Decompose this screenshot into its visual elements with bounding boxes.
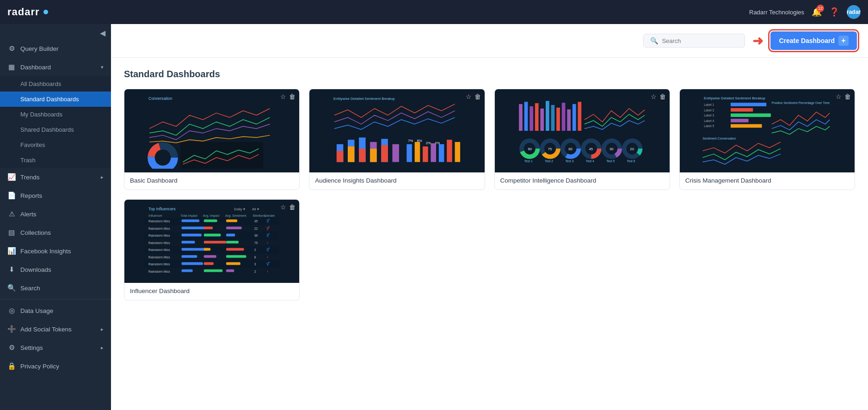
svg-text:Rainstorm Mics: Rainstorm Mics	[148, 227, 170, 230]
logo-text: radarr	[7, 6, 40, 18]
star-icon-influencer[interactable]: ☆	[280, 203, 286, 211]
submenu-trash[interactable]: Trash	[0, 153, 111, 168]
sidebar-item-add-social-tokens[interactable]: ➕ Add Social Tokens ▸	[0, 320, 111, 338]
sidebar-item-query-builder[interactable]: ⚙ Query Builder	[0, 39, 111, 58]
star-icon-crisis[interactable]: ☆	[836, 93, 842, 100]
svg-rect-37	[546, 101, 549, 131]
svg-rect-14	[359, 149, 365, 162]
dashboard-card-crisis[interactable]: ☆ 🗑 Entitywise Detailed Sentiment Breaku…	[679, 89, 855, 190]
svg-rect-40	[561, 103, 565, 131]
sidebar-item-search[interactable]: 🔍 Search	[0, 279, 111, 297]
dashboard-card-influencer[interactable]: ☆ 🗑 Top Influencers Daily ▾ All ▾ Influe…	[124, 199, 300, 300]
svg-rect-114	[182, 234, 202, 237]
svg-text:Positive Sentiment Percentage : Positive Sentiment Percentage Over Time	[772, 101, 830, 105]
svg-rect-24	[407, 144, 412, 162]
svg-text:♀: ♀	[266, 241, 269, 245]
svg-text:3: 3	[254, 263, 256, 266]
card-preview-audience: ☆ 🗑 Entitywise Detailed Sentiment Breaku…	[309, 89, 484, 172]
sidebar-item-settings[interactable]: ⚙ Settings ▸	[0, 338, 111, 357]
svg-text:Rainstorm Mics: Rainstorm Mics	[148, 270, 170, 273]
sidebar-item-privacy-policy[interactable]: 🔒 Privacy Policy	[0, 357, 111, 375]
svg-rect-116	[226, 234, 235, 237]
delete-icon-influencer[interactable]: 🗑	[289, 203, 295, 211]
submenu-favorites[interactable]: Favorites	[0, 137, 111, 153]
dashboard-card-competitor[interactable]: ☆ 🗑	[494, 89, 670, 190]
content-area: Standard Dashboards ☆ 🗑 Conversation	[111, 58, 868, 410]
svg-rect-18	[382, 145, 388, 162]
submenu-my-dashboards[interactable]: My Dashboards	[0, 107, 111, 122]
search-input[interactable]	[662, 37, 738, 44]
card-actions-influencer: ☆ 🗑	[280, 203, 295, 211]
delete-icon-crisis[interactable]: 🗑	[844, 93, 851, 100]
svg-rect-149	[182, 269, 193, 272]
submenu-all-dashboards[interactable]: All Dashboards	[0, 76, 111, 92]
svg-rect-121	[182, 241, 195, 244]
svg-rect-25	[415, 142, 420, 162]
svg-text:Test 3: Test 3	[565, 159, 573, 163]
notification-badge: 12	[817, 5, 824, 12]
search-box[interactable]: 🔍	[643, 34, 745, 48]
card-preview-competitor: ☆ 🗑	[495, 89, 670, 172]
dashboard-card-audience[interactable]: ☆ 🗑 Entitywise Detailed Sentiment Breaku…	[309, 89, 485, 190]
sidebar-item-dashboard[interactable]: ▦ Dashboard ▾	[0, 58, 111, 76]
sidebar-toggle[interactable]: ◀	[0, 24, 111, 39]
user-avatar[interactable]: radar	[847, 5, 861, 19]
svg-text:All ▾: All ▾	[252, 207, 259, 211]
sidebar-label-data-usage: Data Usage	[20, 307, 104, 314]
sidebar-item-data-usage[interactable]: ◎ Data Usage	[0, 301, 111, 320]
help-icon[interactable]: ❓	[829, 7, 839, 17]
svg-text:Label 4: Label 4	[704, 119, 714, 122]
sidebar-label-alerts: Alerts	[20, 211, 104, 218]
sidebar-item-facebook-insights[interactable]: 📊 Facebook Insights	[0, 242, 111, 260]
star-icon-audience[interactable]: ☆	[466, 93, 472, 100]
submenu-standard-dashboards[interactable]: Standard Dashboards	[0, 92, 111, 107]
delete-icon-audience[interactable]: 🗑	[474, 93, 481, 100]
svg-text:2: 2	[254, 248, 256, 251]
submenu-shared-dashboards[interactable]: Shared Dashboards	[0, 122, 111, 137]
layout: ◀ ⚙ Query Builder ▦ Dashboard ▾ All Dash…	[0, 24, 868, 410]
svg-rect-142	[182, 262, 203, 265]
svg-rect-123	[226, 241, 239, 244]
svg-point-5	[155, 150, 171, 166]
logo: radarr	[7, 6, 48, 18]
delete-icon-basic[interactable]: 🗑	[289, 93, 295, 100]
sidebar-item-alerts[interactable]: ⚠ Alerts	[0, 205, 111, 223]
search-sidebar-icon: 🔍	[7, 284, 16, 292]
card-label-basic: Basic Dashboard	[124, 172, 299, 190]
card-preview-influencer: ☆ 🗑 Top Influencers Daily ▾ All ▾ Influe…	[124, 200, 299, 283]
svg-text:⚥: ⚥	[266, 226, 270, 231]
svg-text:Avg. Sentiment: Avg. Sentiment	[225, 214, 246, 218]
svg-text:7%: 7%	[408, 139, 413, 143]
svg-rect-129	[204, 248, 210, 251]
star-icon-basic[interactable]: ☆	[280, 93, 286, 100]
toggle-icon[interactable]: ◀	[100, 29, 105, 37]
sidebar-item-reports[interactable]: 📄 Reports	[0, 186, 111, 205]
dashboard-card-basic[interactable]: ☆ 🗑 Conversation	[124, 89, 300, 190]
svg-rect-38	[551, 105, 554, 131]
sidebar-label-dashboard: Dashboard	[20, 64, 96, 71]
svg-text:⚥: ⚥	[266, 262, 270, 266]
svg-text:75: 75	[254, 241, 258, 245]
svg-text:Avg. Impact: Avg. Impact	[203, 214, 220, 218]
alerts-icon: ⚠	[7, 210, 16, 218]
delete-icon-competitor[interactable]: 🗑	[659, 93, 666, 100]
notification-icon[interactable]: 🔔 12	[812, 7, 822, 17]
svg-text:45: 45	[589, 147, 593, 151]
svg-rect-35	[535, 103, 538, 131]
svg-rect-143	[204, 262, 214, 265]
svg-text:8: 8	[254, 256, 256, 259]
create-dashboard-button[interactable]: Create Dashboard +	[770, 31, 857, 50]
logo-dot	[43, 10, 48, 14]
svg-text:Total Impact: Total Impact	[181, 214, 198, 218]
settings-chevron: ▸	[101, 345, 104, 351]
svg-rect-101	[204, 220, 217, 222]
card-actions-crisis: ☆ 🗑	[836, 93, 851, 100]
sidebar-item-trends[interactable]: 📈 Trends ▸	[0, 168, 111, 186]
sidebar-item-collections[interactable]: ▤ Collections	[0, 223, 111, 242]
sidebar-label-privacy-policy: Privacy Policy	[20, 363, 104, 370]
sidebar-item-downloads[interactable]: ⬇ Downloads	[0, 260, 111, 279]
svg-text:Label 5: Label 5	[704, 124, 714, 128]
star-icon-competitor[interactable]: ☆	[651, 93, 657, 100]
svg-text:Label 1: Label 1	[704, 103, 714, 106]
sidebar-label-reports: Reports	[20, 192, 104, 199]
